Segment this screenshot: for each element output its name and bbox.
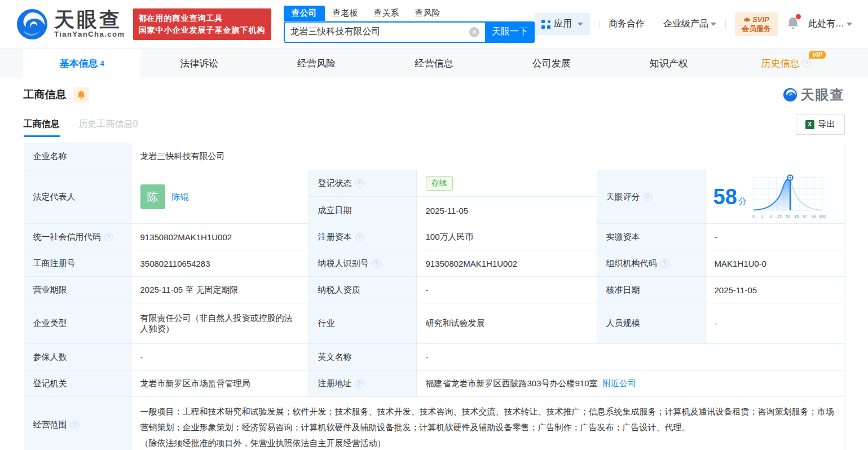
- tianyancha-logo-icon: [16, 8, 49, 41]
- svg-text:100: 100: [819, 214, 826, 218]
- apps-menu[interactable]: 应用: [535, 13, 590, 35]
- tab-legal[interactable]: 法律诉讼: [140, 48, 258, 78]
- help-icon[interactable]: ?: [660, 259, 669, 268]
- export-button[interactable]: X 导出: [796, 114, 845, 135]
- status-badge: 存续: [426, 176, 453, 191]
- field-value-reg-capital: 100万人民币: [417, 224, 597, 250]
- help-icon[interactable]: ?: [372, 259, 381, 268]
- field-label-staff-size: 人员规模: [597, 303, 706, 344]
- search-input[interactable]: 龙岩三快科技有限公司 ✕: [284, 21, 485, 43]
- logo-title: 天眼查: [54, 10, 125, 30]
- subtab-history-business-info[interactable]: 历史工商信息0: [79, 118, 138, 137]
- subscribe-bell-button[interactable]: [73, 87, 89, 103]
- field-value-reg-address: 福建省龙岩市新罗区西陂路303号办公楼910室 附近公司: [417, 370, 845, 397]
- field-label-business-scope: 经营范围?: [24, 397, 131, 450]
- field-value-org-code: MAK1H1U0-0: [706, 250, 845, 277]
- legal-rep-avatar[interactable]: 陈: [140, 184, 165, 209]
- field-value-taxpayer-quality: -: [417, 277, 597, 303]
- field-label-credit-code: 统一社会信用代码?: [24, 224, 131, 250]
- svip-member-button[interactable]: SVIP 会员服务: [735, 12, 778, 36]
- score-number: 58: [713, 185, 737, 209]
- field-label-taxpayer-id: 纳税人识别号?: [309, 250, 417, 277]
- help-icon[interactable]: ?: [355, 233, 364, 241]
- search-button[interactable]: 天眼一下: [485, 21, 535, 43]
- svg-text:1: 1: [761, 214, 763, 218]
- clear-search-icon[interactable]: ✕: [469, 27, 479, 37]
- search-input-value: 龙岩三快科技有限公司: [290, 26, 469, 38]
- apps-grid-icon: [541, 20, 550, 29]
- vip-badge: VIP: [809, 51, 826, 59]
- field-value-insured-count: -: [131, 344, 309, 370]
- help-icon[interactable]: ?: [802, 59, 811, 68]
- tab-history-info[interactable]: VIP 历史信息 ?: [728, 48, 845, 78]
- divider: [654, 20, 654, 29]
- field-value-credit-code: 91350802MAK1H1U002: [131, 224, 309, 250]
- field-label-approval-date: 核准日期: [597, 277, 706, 303]
- svg-text:3: 3: [769, 214, 772, 218]
- nearby-companies-link[interactable]: 附近公司: [602, 378, 636, 389]
- tianyancha-logo[interactable]: 天眼查 TianYanCha.com: [16, 8, 125, 41]
- svg-text:15: 15: [777, 214, 782, 218]
- field-label-tianyan-score: 天眼评分?: [597, 170, 706, 224]
- help-icon[interactable]: ?: [71, 421, 79, 429]
- score-axis-labels: 0 1 3 15 50 85 97 99 100: [752, 214, 826, 218]
- help-icon[interactable]: ?: [355, 380, 364, 388]
- tab-basic-info[interactable]: 基本信息4: [23, 48, 140, 78]
- field-label-reg-capital: 注册资本?: [309, 224, 417, 250]
- search-tab-risk[interactable]: 查风险: [407, 6, 448, 21]
- excel-icon: X: [805, 120, 814, 129]
- field-label-insured-count: 参保人数: [24, 344, 131, 370]
- brand-watermark: 天眼查: [783, 86, 845, 104]
- field-value-reg-authority: 龙岩市新罗区市场监督管理局: [131, 370, 309, 397]
- field-value-tianyan-score[interactable]: 58分: [706, 170, 845, 224]
- business-info-table: 企业名称 龙岩三快科技有限公司 法定代表人 陈 陈锟 登记状态? 存续 成立日期…: [24, 143, 845, 450]
- nav-business-coop[interactable]: 商务合作: [609, 18, 645, 30]
- field-value-taxpayer-id: 91350802MAK1H1U002: [417, 250, 597, 277]
- help-icon[interactable]: ?: [104, 233, 113, 241]
- field-label-business-term: 营业期限: [24, 277, 131, 303]
- divider: [599, 20, 600, 29]
- field-value-company-name: 龙岩三快科技有限公司: [131, 143, 845, 170]
- bell-icon: [77, 90, 86, 100]
- search-tab-relation[interactable]: 查关系: [366, 6, 407, 21]
- field-label-reg-authority: 登记机关: [24, 370, 131, 397]
- field-value-english-name: -: [417, 344, 845, 370]
- field-label-reg-address: 注册地址?: [309, 370, 417, 397]
- notification-dot: [796, 14, 801, 19]
- field-value-legal-rep: 陈 陈锟: [131, 170, 309, 224]
- field-label-paid-capital: 实缴资本: [597, 224, 706, 250]
- search-tab-boss[interactable]: 查老板: [325, 6, 366, 21]
- field-value-paid-capital: -: [706, 224, 845, 250]
- subtab-business-info[interactable]: 工商信息: [24, 118, 60, 137]
- nav-enterprise-products[interactable]: 企业级产品: [663, 18, 716, 30]
- divider: [725, 20, 726, 29]
- help-icon[interactable]: ?: [355, 179, 364, 188]
- chevron-down-icon: [578, 23, 583, 26]
- search-area: 查公司 查老板 查关系 查风险 龙岩三快科技有限公司 ✕ 天眼一下: [284, 6, 535, 43]
- notification-bell[interactable]: [787, 16, 799, 32]
- legal-rep-link[interactable]: 陈锟: [172, 192, 189, 202]
- tab-operating-info[interactable]: 经营信息: [375, 48, 492, 78]
- search-tab-company[interactable]: 查公司: [284, 6, 325, 21]
- score-distribution-chart: 0 1 3 15 50 85 97 99 100: [750, 173, 826, 220]
- field-value-business-term: 2025-11-05 至 无固定期限: [131, 277, 309, 303]
- tab-intellectual-property[interactable]: 知识产权: [610, 48, 728, 78]
- help-icon[interactable]: ?: [644, 193, 652, 201]
- tab-company-development[interactable]: 公司发展: [493, 48, 610, 78]
- slogan-badge: 都在用的商业查询工具 国家中小企业发展子基金旗下机构: [133, 8, 271, 40]
- tab-operating-risk[interactable]: 经营风险: [258, 48, 375, 78]
- user-menu[interactable]: 此处有…: [808, 18, 852, 30]
- business-scope-note: （除依法须经批准的项目外，凭营业执照依法自主开展经营活动）: [140, 435, 836, 450]
- svg-text:99: 99: [812, 214, 816, 218]
- svg-text:0: 0: [752, 214, 755, 218]
- company-nav-tabs: 基本信息4 法律诉讼 经营风险 经营信息 公司发展 知识产权 VIP 历史信息 …: [0, 48, 868, 78]
- field-value-reg-number: 350802110654283: [131, 250, 309, 277]
- top-header: 天眼查 TianYanCha.com 都在用的商业查询工具 国家中小企业发展子基…: [0, 0, 868, 48]
- field-value-company-type: 有限责任公司（非自然人投资或控股的法人独资）: [131, 303, 309, 344]
- svg-text:85: 85: [794, 214, 799, 218]
- field-value-business-scope: 一般项目：工程和技术研究和试验发展；软件开发；技术服务、技术开发、技术咨询、技术…: [131, 397, 845, 450]
- field-value-reg-status: 存续: [417, 170, 597, 197]
- field-label-reg-status: 登记状态?: [309, 170, 417, 197]
- field-value-approval-date: 2025-11-05: [706, 277, 845, 303]
- field-label-industry: 行业: [309, 303, 417, 344]
